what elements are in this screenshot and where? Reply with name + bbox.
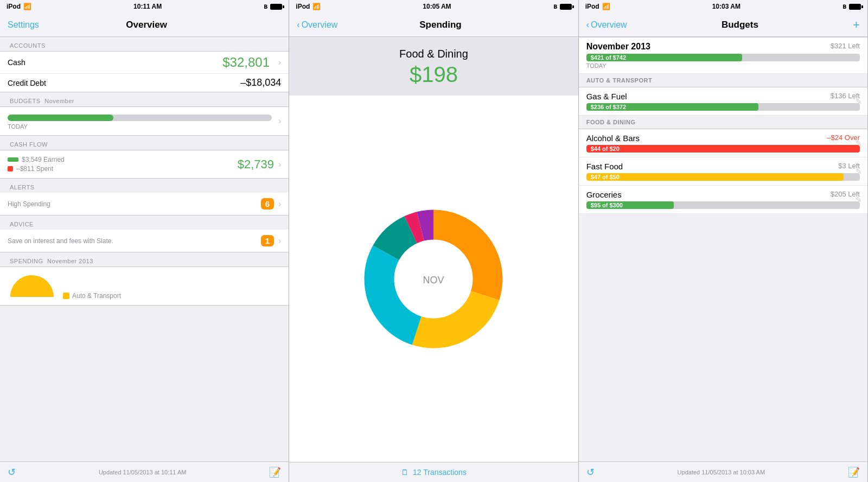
- groceries-item[interactable]: Groceries $205 Left $95 of $300 ✎: [579, 186, 867, 214]
- gas-fuel-name: Gas & Fuel: [586, 92, 627, 101]
- content-1: ACCOUNTS Cash $32,801 › Credit Debt –$18…: [0, 37, 289, 461]
- accounts-section: Cash $32,801 › Credit Debt –$18,034: [0, 51, 289, 92]
- refresh-icon-3[interactable]: ↺: [586, 466, 595, 478]
- cashflow-value: $2,739: [238, 157, 274, 172]
- credit-label: Credit Debt: [8, 79, 46, 87]
- cash-row[interactable]: Cash $32,801 ›: [0, 52, 289, 74]
- november-today: TODAY: [586, 62, 860, 69]
- fast-food-edit-icon[interactable]: ✎: [856, 167, 862, 176]
- footer-1: ↺ Updated 11/05/2013 at 10:11 AM 📝: [0, 461, 289, 482]
- accounts-header: ACCOUNTS: [0, 37, 289, 51]
- fast-food-header: Fast Food $3 Left: [586, 162, 860, 171]
- transactions-footer[interactable]: 🗒 12 Transactions: [289, 462, 578, 482]
- status-right-2: ʙ: [553, 3, 572, 10]
- november-bar-fill: $421 of $742: [586, 54, 742, 61]
- budgets-chevron: ›: [278, 116, 281, 126]
- panel-overview: iPod 📶 10:11 AM ʙ Settings Overview ACCO…: [0, 0, 289, 482]
- november-bar-label: $421 of $742: [591, 54, 626, 61]
- battery-icon-1: [270, 4, 282, 10]
- time-3: 10:03 AM: [712, 3, 741, 10]
- fast-food-item[interactable]: Fast Food $3 Left $47 of $50 ✎: [579, 157, 867, 186]
- alerts-sublabel: High Spending: [8, 200, 261, 208]
- food-dining-header: FOOD & DINING: [579, 116, 867, 129]
- edit-icon-3[interactable]: 📝: [848, 466, 860, 478]
- alcohol-bars-bar-label: $44 of $20: [591, 145, 620, 153]
- refresh-icon-1[interactable]: ↺: [8, 466, 16, 478]
- accounts-label: ACCOUNTS: [10, 42, 46, 49]
- legend-auto: Auto & Transport: [72, 292, 121, 300]
- spending-header-1: SPENDING November 2013: [0, 252, 289, 267]
- nav-bar-3: ‹ Overview Budgets +: [579, 13, 867, 37]
- status-bar-2: iPod 📶 10:05 AM ʙ: [289, 0, 578, 13]
- november-bar-track: $421 of $742: [586, 54, 860, 61]
- edit-icon-1[interactable]: 📝: [269, 466, 281, 478]
- cashflow-section[interactable]: $3,549 Earned –$811 Spent $2,739 ›: [0, 150, 289, 179]
- spending-section[interactable]: Auto & Transport: [0, 267, 289, 306]
- status-left-1: iPod 📶: [7, 3, 31, 10]
- legend-dot-auto: [63, 293, 69, 299]
- device-label-2: iPod: [296, 3, 310, 10]
- status-right-3: ʙ: [843, 3, 861, 10]
- spending-category-header: Food & Dining $198: [289, 37, 578, 96]
- credit-row[interactable]: Credit Debt –$18,034: [0, 74, 289, 92]
- advice-label: ADVICE: [10, 221, 34, 227]
- groceries-header: Groceries $205 Left: [586, 190, 860, 199]
- alcohol-bars-bar-fill: $44 of $20: [586, 145, 860, 153]
- footer-3: ↺ Updated 11/05/2013 at 10:03 AM 📝: [579, 461, 867, 482]
- spending-legend: Auto & Transport: [63, 292, 121, 300]
- donut-container: NOV: [289, 96, 578, 462]
- november-title-row: November 2013 $321 Left: [586, 42, 860, 52]
- alcohol-bars-header: Alcohol & Bars –$24 Over: [586, 134, 860, 143]
- add-budget-button[interactable]: +: [853, 18, 860, 32]
- gas-fuel-edit-icon[interactable]: ✎: [856, 97, 862, 106]
- alerts-item-left: High Spending: [8, 200, 261, 208]
- advice-chevron: ›: [278, 236, 281, 246]
- back-button-2[interactable]: ‹ Overview: [297, 20, 337, 30]
- transaction-icon: 🗒: [401, 468, 409, 477]
- alcohol-bars-item[interactable]: Alcohol & Bars –$24 Over $44 of $20 ✎: [579, 129, 867, 157]
- groceries-bar-track: $95 of $300: [586, 201, 860, 209]
- spent-dot: [8, 166, 13, 172]
- gas-fuel-bar-fill: $236 of $372: [586, 103, 759, 111]
- groceries-name: Groceries: [586, 190, 622, 199]
- nav-bar-2: ‹ Overview Spending: [289, 13, 578, 37]
- spending-category-amount: $198: [297, 62, 570, 87]
- nav-bar-1: Settings Overview: [0, 13, 289, 37]
- alcohol-bars-edit-icon[interactable]: ✎: [856, 139, 862, 148]
- footer-updated-3: Updated 11/05/2013 at 10:03 AM: [678, 469, 765, 475]
- fast-food-bar-track: $47 of $50: [586, 173, 860, 181]
- spending-label: SPENDING: [10, 258, 43, 264]
- november-budget-item[interactable]: November 2013 $321 Left $421 of $742 TOD…: [579, 37, 867, 74]
- cash-label: Cash: [8, 58, 25, 67]
- alcohol-bars-bar-track: $44 of $20: [586, 145, 860, 153]
- device-label-1: iPod: [7, 3, 21, 10]
- groceries-bar-fill: $95 of $300: [586, 201, 674, 209]
- alerts-chevron: ›: [278, 199, 281, 209]
- back-button-3[interactable]: ‹ Overview: [586, 20, 627, 30]
- gas-fuel-item[interactable]: Gas & Fuel $136 Left $236 of $372 ✎: [579, 87, 867, 116]
- gas-fuel-bar-label: $236 of $372: [591, 103, 626, 111]
- transactions-count: 12 Transactions: [413, 468, 467, 477]
- cashflow-chevron: ›: [278, 160, 281, 169]
- time-2: 10:05 AM: [423, 3, 451, 10]
- alerts-item[interactable]: High Spending 6 ›: [0, 193, 289, 215]
- gas-fuel-bar-track: $236 of $372: [586, 103, 860, 111]
- cashflow-spent-row: –$811 Spent: [8, 165, 238, 173]
- bluetooth-icon-2: ʙ: [553, 3, 557, 10]
- alerts-header: ALERTS: [0, 179, 289, 193]
- groceries-edit-icon[interactable]: ✎: [856, 195, 862, 204]
- groceries-bar-label: $95 of $300: [591, 201, 623, 209]
- cashflow-earned: $3,549 Earned: [22, 156, 65, 163]
- wifi-icon-3: 📶: [602, 3, 610, 10]
- nav-title-1: Overview: [126, 20, 167, 30]
- advice-item[interactable]: Save on interest and fees with Slate. 1 …: [0, 230, 289, 252]
- budgets-bar-section[interactable]: TODAY ›: [0, 106, 289, 136]
- settings-button[interactable]: Settings: [8, 20, 39, 30]
- nav-title-2: Spending: [419, 20, 461, 30]
- advice-item-left: Save on interest and fees with Slate.: [8, 237, 261, 245]
- fast-food-name: Fast Food: [586, 162, 623, 171]
- cashflow-header: CASH FLOW: [0, 136, 289, 150]
- alerts-label: ALERTS: [10, 184, 35, 191]
- status-bar-3: iPod 📶 10:03 AM ʙ: [579, 0, 867, 13]
- footer-updated-1: Updated 11/05/2013 at 10:11 AM: [99, 469, 186, 475]
